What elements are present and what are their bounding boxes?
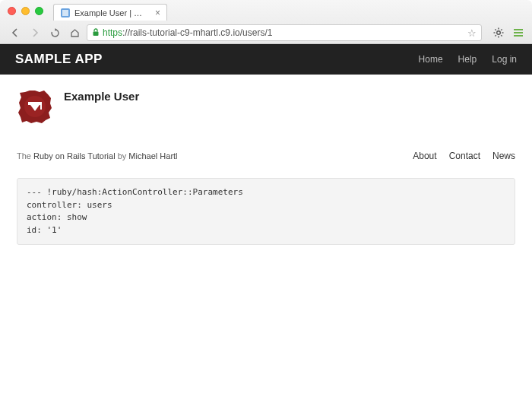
home-button[interactable]: [67, 25, 82, 40]
nav-home-link[interactable]: Home: [419, 54, 443, 65]
tab-title: Example User | Ruby on R…: [74, 8, 148, 17]
tutorial-link[interactable]: Ruby on Rails Tutorial: [33, 151, 116, 160]
footer: The Ruby on Rails Tutorial by Michael Ha…: [17, 151, 515, 161]
address-bar[interactable]: https://rails-tutorial-c9-mhartl.c9.io/u…: [87, 24, 482, 41]
footer-middle: by: [116, 151, 129, 160]
author-link[interactable]: Michael Hartl: [128, 151, 177, 160]
favicon-icon: [60, 8, 71, 18]
hamburger-menu-icon[interactable]: [512, 27, 524, 39]
app-navbar: SAMPLE APP Home Help Log in: [0, 44, 532, 75]
footer-news-link[interactable]: News: [492, 151, 515, 161]
url-text: https://rails-tutorial-c9-mhartl.c9.io/u…: [103, 27, 272, 38]
back-button[interactable]: [8, 25, 23, 40]
svg-point-3: [497, 31, 501, 35]
svg-line-11: [501, 29, 502, 30]
lock-icon: [92, 28, 100, 38]
url-scheme: https: [103, 27, 122, 38]
debug-line-4: id: '1': [27, 225, 62, 235]
svg-line-10: [495, 35, 496, 36]
footer-prefix: The: [17, 151, 33, 160]
reload-button[interactable]: [47, 25, 62, 40]
svg-line-9: [501, 35, 502, 36]
minimize-window-button[interactable]: [21, 7, 30, 15]
page-content: SAMPLE APP Home Help Log in Example User: [0, 44, 532, 413]
svg-line-8: [495, 29, 496, 30]
svg-rect-19: [40, 102, 42, 110]
footer-nav: About Contact News: [413, 151, 515, 161]
browser-toolbar: https://rails-tutorial-c9-mhartl.c9.io/u…: [0, 21, 532, 44]
footer-contact-link[interactable]: Contact: [449, 151, 480, 161]
debug-line-1: --- !ruby/hash:ActionController::Paramet…: [27, 187, 243, 197]
window-controls: [8, 7, 43, 15]
zoom-window-button[interactable]: [35, 7, 43, 15]
nav-links: Home Help Log in: [419, 54, 517, 65]
nav-help-link[interactable]: Help: [458, 54, 477, 65]
user-name: Example User: [64, 90, 139, 103]
url-path: ://rails-tutorial-c9-mhartl.c9.io/users/…: [122, 27, 272, 38]
svg-rect-17: [28, 102, 42, 105]
debug-line-2: controller: users: [27, 200, 112, 210]
tab-close-icon[interactable]: ×: [155, 8, 160, 18]
close-window-button[interactable]: [8, 7, 16, 15]
user-header: Example User: [17, 88, 515, 125]
brand-logo[interactable]: SAMPLE APP: [15, 52, 103, 67]
svg-rect-2: [93, 31, 99, 36]
debug-dump: --- !ruby/hash:ActionController::Paramet…: [17, 178, 515, 245]
debug-line-3: action: show: [27, 212, 87, 222]
forward-button[interactable]: [27, 25, 43, 40]
settings-gear-icon[interactable]: [492, 27, 505, 39]
bookmark-star-icon[interactable]: ☆: [467, 27, 477, 39]
nav-login-link[interactable]: Log in: [492, 54, 517, 65]
browser-chrome: Example User | Ruby on R… × https://rail…: [0, 0, 532, 44]
footer-credit: The Ruby on Rails Tutorial by Michael Ha…: [17, 151, 178, 160]
toolbar-right: [492, 27, 524, 39]
browser-tab[interactable]: Example User | Ruby on R… ×: [53, 4, 167, 21]
svg-rect-1: [62, 10, 68, 16]
titlebar: Example User | Ruby on R… ×: [0, 0, 532, 21]
footer-about-link[interactable]: About: [413, 151, 436, 161]
gravatar-icon: [17, 88, 53, 125]
main-content: Example User The Ruby on Rails Tutorial …: [0, 75, 532, 259]
